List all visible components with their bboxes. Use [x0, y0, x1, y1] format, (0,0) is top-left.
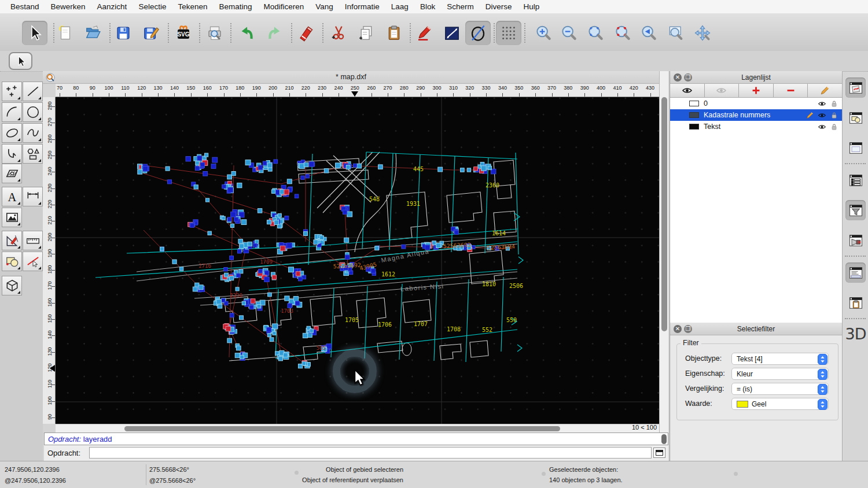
toolbar-save-button[interactable] [111, 21, 136, 45]
drawing-canvas[interactable]: 4452360548193116141612181025061705170617… [56, 97, 659, 424]
toolbar-copy-button[interactable] [354, 21, 379, 45]
tool-modify-button[interactable] [2, 231, 22, 250]
tool-shapes-button[interactable] [23, 144, 43, 164]
horizontal-scrollbar-thumb[interactable] [124, 426, 560, 431]
right-panel-column: ✕ ❐ Lagenlijst 0Kadastrale nummersTekst … [670, 71, 842, 461]
dropdown-stepper-icon[interactable] [818, 384, 827, 395]
panel-toggle-win-list-button[interactable] [845, 170, 866, 190]
toolbar-zoom-in-button[interactable] [531, 21, 556, 45]
toolbar-zoom-auto-button[interactable] [583, 21, 608, 45]
menu-tekenen[interactable]: Tekenen [172, 2, 213, 11]
toolbar-redo-button[interactable] [262, 21, 287, 45]
toolbar-svg-logo-button[interactable]: SVG [171, 21, 196, 45]
filter-select-waarde[interactable]: Geel [731, 398, 829, 410]
tool-text-button[interactable]: A [2, 187, 22, 206]
tool-hatch-button[interactable] [2, 164, 22, 183]
menu-scherm[interactable]: Scherm [441, 2, 480, 11]
filter-select-eigenschap[interactable]: Kleur [731, 368, 829, 380]
tool-points-button[interactable] [2, 82, 22, 101]
menu-informatie[interactable]: Informatie [339, 2, 385, 11]
toolbar-zoom-prev-button[interactable] [636, 21, 661, 45]
tool-ellipse-button[interactable] [2, 123, 22, 143]
3d-view-button[interactable]: 3D [843, 325, 868, 343]
tool-line-button[interactable] [23, 82, 43, 101]
layers-minus-red-button[interactable] [774, 84, 808, 97]
layers-eye-button[interactable] [670, 84, 705, 97]
tool-arc-button[interactable] [2, 102, 22, 122]
menu-bestand[interactable]: Bestand [5, 2, 45, 11]
panel-toggle-win-blank-button[interactable] [845, 138, 866, 158]
document-titlebar[interactable]: * map.dxf [43, 71, 659, 84]
layer-row-tekst[interactable]: Tekst [670, 121, 842, 132]
panel-toggle-win-clipboard-button[interactable] [845, 293, 866, 313]
zoom-sel-icon [614, 24, 631, 42]
panel-toggle-win-cmd-button[interactable] [845, 263, 866, 283]
dropdown-stepper-icon[interactable] [818, 399, 827, 410]
toolbar-zoom-win-button[interactable] [663, 21, 689, 45]
hruler-tick [552, 93, 553, 97]
panel-toggle-win-property-button[interactable] [845, 77, 866, 98]
command-input[interactable] [89, 447, 652, 459]
toolbar-cursor-arrow-button[interactable] [22, 21, 47, 45]
menu-bemating[interactable]: Bemating [213, 2, 258, 11]
toolbar-pan-button[interactable] [690, 21, 715, 45]
toolbar-edit-pencil-button[interactable] [411, 21, 437, 45]
layer-row-kadastrale-nummers[interactable]: Kadastrale nummers [670, 109, 842, 121]
horizontal-scrollbar[interactable]: 10 < 100 [56, 424, 659, 432]
menu-laag[interactable]: Laag [385, 2, 414, 11]
toolbar-zoom-out-button[interactable] [556, 21, 582, 45]
vertical-scrollbar-thumb[interactable] [661, 97, 667, 331]
panel-toggle-win-cone-button[interactable] [845, 230, 866, 250]
menu-bewerken[interactable]: Bewerken [45, 2, 91, 11]
menu-diverse[interactable]: Diverse [480, 2, 518, 11]
layer-row-0[interactable]: 0 [670, 98, 842, 109]
menu-modificeren[interactable]: Modificeren [258, 2, 310, 11]
selection-count-title: Geselecteerde objecten: [549, 466, 618, 473]
tool-measure-button[interactable] [23, 231, 43, 250]
toolbar-line-attr-button[interactable] [439, 21, 465, 45]
toolbar-undo-button[interactable] [234, 21, 260, 45]
toolbar-open-folder-button[interactable] [80, 21, 106, 45]
svg-logo-icon: SVG [175, 24, 192, 42]
tool-blocks-button[interactable] [2, 252, 22, 271]
vruler-label: 190 [47, 247, 53, 260]
command-window-toggle-button[interactable] [653, 448, 665, 458]
menu-hulp[interactable]: Hulp [517, 2, 545, 11]
toolbar-print-preview-button[interactable] [202, 21, 227, 45]
layers-pencil-orange-button[interactable] [808, 84, 842, 97]
vertical-scrollbar[interactable] [659, 71, 668, 432]
panel-toggle-win-filter-button[interactable] [845, 200, 866, 220]
toolbar-cut-button[interactable] [326, 21, 351, 45]
vruler-label: 280 [47, 99, 53, 112]
hruler-tick [421, 93, 421, 97]
toolbar-zoom-sel-button[interactable] [610, 21, 635, 45]
toolbar-new-file-button[interactable] [53, 21, 78, 45]
tool-spline-button[interactable] [23, 123, 43, 143]
dropdown-stepper-icon[interactable] [818, 369, 827, 380]
filter-select-objecttype[interactable]: Tekst [4] [731, 353, 829, 365]
tool-cube3d-button[interactable] [2, 276, 22, 295]
tool-circle-button[interactable] [23, 102, 43, 122]
menu-vang[interactable]: Vang [310, 2, 339, 11]
toolbar-eraser-button[interactable] [293, 21, 319, 45]
toolbar-grid-dots-button[interactable] [496, 21, 521, 45]
command-history-scrollthumb[interactable] [661, 434, 667, 444]
selection-tool-button[interactable] [9, 52, 32, 70]
menu-selectie[interactable]: Selectie [133, 2, 172, 11]
tool-divide-button[interactable] [23, 252, 43, 271]
tool-polyline-button[interactable] [2, 144, 22, 164]
menu-aanzicht[interactable]: Aanzicht [91, 2, 133, 11]
layers-eye-gray-button[interactable] [705, 84, 740, 97]
tool-dimension-button[interactable] [23, 187, 43, 206]
filter-select-vergelijking[interactable]: = (is) [731, 383, 829, 395]
dropdown-stepper-icon[interactable] [818, 354, 827, 365]
tool-image-button[interactable] [2, 208, 22, 227]
panel-toggle-win-blocks-button[interactable] [845, 108, 866, 128]
layers-plus-red-button[interactable] [739, 84, 774, 97]
edit-pencil-icon [415, 24, 433, 42]
toolbar-separator [291, 23, 292, 43]
toolbar-paste-button[interactable] [381, 21, 407, 45]
toolbar-save-as-button[interactable] [138, 21, 164, 45]
menu-blok[interactable]: Blok [414, 2, 441, 11]
toolbar-ellipse-slash-button[interactable] [465, 21, 491, 45]
